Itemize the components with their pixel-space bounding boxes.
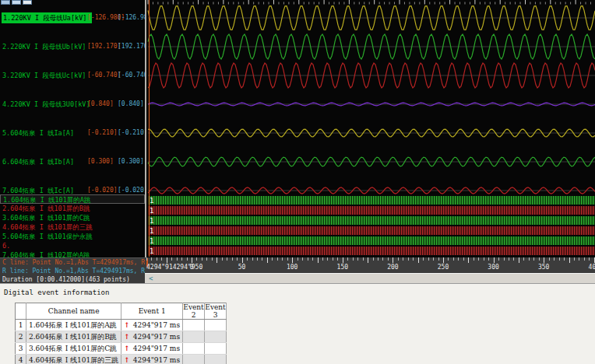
axis-tick bbox=[363, 257, 364, 261]
axis-tick bbox=[423, 257, 424, 261]
event2-cell bbox=[183, 343, 205, 355]
event-table-row[interactable]: 44.604拓泉 I 线101屏的三跳↑4294"917 ms bbox=[16, 355, 227, 364]
axis-tick bbox=[529, 257, 530, 261]
event-table-row[interactable]: 22.604拓泉 I 线101屏的B跳↑4294"917 ms bbox=[16, 331, 227, 343]
analog-channel-label: 6.604拓泉 I 线Ib[A] bbox=[2, 156, 74, 167]
axis-tick bbox=[378, 257, 378, 261]
axis-tick bbox=[227, 257, 227, 261]
event1-cell: ↑4294"917 ms bbox=[121, 331, 183, 343]
axis-tick bbox=[519, 257, 519, 263]
table-column-header: Channel name bbox=[26, 303, 121, 320]
event-time: 4294"917 ms bbox=[133, 333, 180, 341]
digital-event-table: Channel nameEvent 1Event 2Event 3 11.604… bbox=[15, 303, 227, 364]
r-cursor-value: [192.170] bbox=[118, 41, 145, 52]
axis-tick bbox=[161, 257, 162, 261]
axis-tick bbox=[177, 257, 178, 261]
channel-name-cell: 3.604拓泉 I 线101屏的C跳 bbox=[26, 343, 121, 355]
time-axis: 4294"914294"950 050100150200250300350400 bbox=[145, 257, 595, 273]
digital-channel-row[interactable]: 3.604拓泉 I 线101屏的C跳 bbox=[0, 213, 145, 222]
toolbar-button-icon[interactable] bbox=[23, 0, 32, 5]
r-cursor-value: [-60.740] bbox=[118, 70, 145, 81]
digital-channel-row[interactable]: 2.604拓泉 I 线101屏的B跳 bbox=[0, 204, 145, 213]
axis-tick bbox=[403, 257, 403, 261]
axis-tick bbox=[564, 257, 565, 261]
analog-channel-label: 3.220KV I 段母线Uc[kV] bbox=[2, 70, 86, 81]
axis-tick bbox=[418, 257, 419, 263]
axis-tick bbox=[206, 257, 207, 261]
axis-tick bbox=[474, 257, 474, 261]
toolbar-button-icon[interactable] bbox=[1, 0, 10, 5]
axis-tick bbox=[237, 257, 238, 261]
toolbar-remnant bbox=[1, 0, 33, 5]
axis-tick bbox=[192, 257, 192, 263]
digital-state-value: 1 bbox=[150, 227, 153, 235]
event3-cell bbox=[205, 343, 227, 355]
axis-tick bbox=[298, 257, 298, 261]
row-number: 2 bbox=[16, 331, 26, 343]
axis-tick bbox=[433, 257, 434, 261]
event3-cell bbox=[205, 320, 227, 331]
axis-tick bbox=[398, 257, 399, 261]
analog-channel-row[interactable]: 3.220KV I 段母线Uc[kV][-60.740][-60.740] bbox=[0, 70, 145, 81]
axis-tick bbox=[509, 257, 509, 261]
analog-channel-row[interactable]: 4.220KV I 段母线3U0[kV][0.840][0.840] bbox=[0, 99, 145, 110]
axis-tick bbox=[287, 257, 288, 261]
event-time: 4294"917 ms bbox=[133, 345, 180, 352]
row-number: 3 bbox=[16, 343, 26, 355]
analog-channel-label: 5.604拓泉 I 线Ia[A] bbox=[2, 128, 74, 138]
axis-tick bbox=[232, 257, 233, 261]
horizontal-scrollbar[interactable]: < bbox=[145, 273, 595, 283]
digital-channel-row[interactable]: 1.604拓泉 I 线101屏的A跳 bbox=[0, 194, 145, 204]
digital-channel-row[interactable]: 4.604拓泉 I 线101屏的三跳 bbox=[0, 222, 145, 232]
rise-arrow-icon: ↑ bbox=[124, 333, 130, 341]
axis-tick bbox=[368, 257, 368, 263]
analog-channel-row[interactable]: 6.604拓泉 I 线Ib[A][0.300][0.300] bbox=[0, 156, 145, 167]
cursor-status-box: C line: Point No.=1,Abs T=4294917ms, Rel… bbox=[0, 257, 145, 283]
axis-tick-label: 150 bbox=[337, 264, 348, 271]
axis-tick bbox=[282, 257, 283, 261]
axis-tick bbox=[388, 257, 389, 261]
axis-tick-label: 200 bbox=[387, 264, 398, 271]
digital-state-value: 1 bbox=[150, 207, 153, 215]
axis-tick bbox=[196, 257, 197, 261]
table-column-header: Event 1 bbox=[121, 303, 183, 320]
table-column-header: Event 3 bbox=[205, 303, 227, 320]
digital-channel-row[interactable]: 5.604拓泉 I 线101保护永跳 bbox=[0, 232, 145, 241]
analog-channel-row[interactable]: 2.220KV I 段母线Ub[kV][192.170][192.170] bbox=[0, 41, 145, 52]
axis-tick bbox=[247, 257, 248, 261]
c-cursor-value: [0.300] bbox=[87, 156, 114, 167]
axis-tick bbox=[438, 257, 439, 261]
axis-tick bbox=[302, 257, 303, 261]
digital-channel-row[interactable]: 6. bbox=[0, 241, 145, 250]
event1-cell: ↑4294"917 ms bbox=[121, 355, 183, 364]
event2-cell bbox=[183, 331, 205, 343]
axis-tick bbox=[544, 257, 544, 263]
analog-channel-row[interactable]: 1.220KV I 段母线Ua[kV][-126.980][-126.980] bbox=[0, 12, 145, 23]
event3-cell bbox=[205, 355, 227, 364]
channel-name-cell: 4.604拓泉 I 线101屏的三跳 bbox=[26, 355, 121, 364]
analog-channel-label: 1.220KV I 段母线Ua[kV] bbox=[2, 12, 92, 23]
duration-status: Duration [0:00.412000](463 points) bbox=[2, 276, 130, 283]
event-table-row[interactable]: 33.604拓泉 I 线101屏的C跳↑4294"917 ms bbox=[16, 343, 227, 355]
axis-tick bbox=[468, 257, 469, 263]
axis-tick bbox=[333, 257, 333, 261]
axis-tick bbox=[494, 257, 495, 263]
axis-tick bbox=[574, 257, 575, 261]
digital-trace-bar bbox=[148, 216, 595, 225]
r-cursor-value: [0.300] bbox=[118, 156, 144, 167]
event-table-row[interactable]: 11.604拓泉 I 线101屏的A跳↑4294"917 ms bbox=[16, 320, 227, 331]
digital-state-value: 1 bbox=[150, 197, 153, 205]
rise-arrow-icon: ↑ bbox=[124, 356, 130, 364]
axis-tick bbox=[167, 257, 167, 263]
scroll-left-icon[interactable]: < bbox=[149, 274, 153, 283]
toolbar-button-icon[interactable] bbox=[12, 0, 21, 5]
c-cursor-status: C line: Point No.=1,Abs T=4294917ms, Rel… bbox=[2, 259, 145, 267]
oscillograph-viewer-window: 1.220KV I 段母线Ua[kV][-126.980][-126.980]2… bbox=[0, 0, 595, 364]
digital-state-value: 1 bbox=[150, 217, 153, 225]
r-cursor-value: [-126.980] bbox=[118, 12, 145, 23]
event-time: 4294"917 ms bbox=[133, 321, 180, 329]
waveform-plot[interactable]: 111111 bbox=[146, 0, 595, 257]
axis-tick-label: 350 bbox=[538, 264, 549, 271]
axis-tick bbox=[484, 257, 484, 261]
analog-channel-row[interactable]: 5.604拓泉 I 线Ia[A][-0.210][-0.210] bbox=[0, 128, 145, 138]
